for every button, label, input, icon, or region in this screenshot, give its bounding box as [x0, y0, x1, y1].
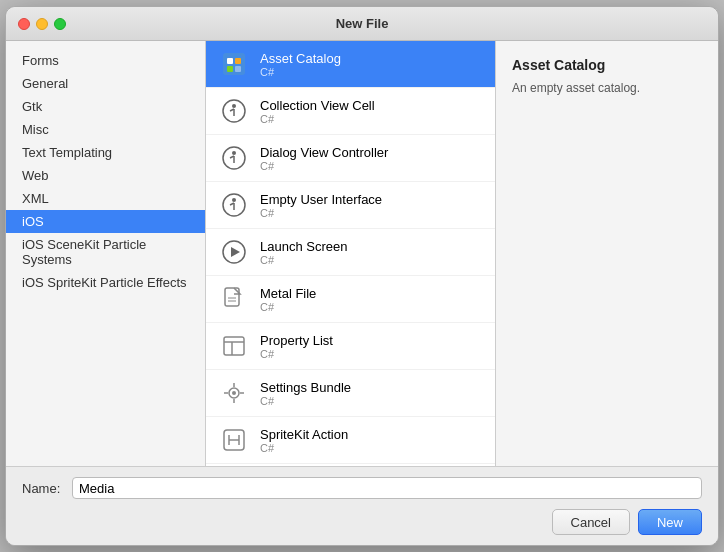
svg-rect-2: [235, 58, 241, 64]
file-item-launch-screen[interactable]: Launch ScreenC#: [206, 229, 495, 276]
svg-point-10: [232, 151, 236, 155]
file-title-settings-bundle: Settings Bundle: [260, 380, 351, 395]
new-file-dialog: New File FormsGeneralGtkMiscText Templat…: [5, 6, 719, 546]
cancel-button[interactable]: Cancel: [552, 509, 630, 535]
file-subtitle-spritekit-action: C#: [260, 442, 348, 454]
maximize-button[interactable]: [54, 18, 66, 30]
file-item-asset-catalog[interactable]: Asset CatalogC#: [206, 41, 495, 88]
sidebar-item-ios-scenekit[interactable]: iOS SceneKit Particle Systems: [6, 233, 205, 271]
sidebar-item-gtk[interactable]: Gtk: [6, 95, 205, 118]
new-button[interactable]: New: [638, 509, 702, 535]
bottom-bar: Name: Cancel New: [6, 466, 718, 545]
sidebar-item-text-templating[interactable]: Text Templating: [6, 141, 205, 164]
file-item-spritekit-action[interactable]: SpriteKit ActionC#: [206, 417, 495, 464]
svg-rect-0: [223, 53, 245, 75]
asset-catalog-icon: [218, 48, 250, 80]
name-label: Name:: [22, 481, 62, 496]
launch-screen-icon: [218, 236, 250, 268]
content-area: FormsGeneralGtkMiscText TemplatingWebXML…: [6, 41, 718, 466]
name-input[interactable]: [72, 477, 702, 499]
file-info-metal-file: Metal FileC#: [260, 286, 316, 313]
file-title-launch-screen: Launch Screen: [260, 239, 347, 254]
sidebar-item-forms[interactable]: Forms: [6, 49, 205, 72]
file-info-collection-view-cell: Collection View CellC#: [260, 98, 375, 125]
file-subtitle-collection-view-cell: C#: [260, 113, 375, 125]
file-item-collection-view-cell[interactable]: Collection View CellC#: [206, 88, 495, 135]
traffic-lights: [18, 18, 66, 30]
sidebar-item-web[interactable]: Web: [6, 164, 205, 187]
sidebar-item-general[interactable]: General: [6, 72, 205, 95]
file-item-settings-bundle[interactable]: Settings BundleC#: [206, 370, 495, 417]
svg-rect-1: [227, 58, 233, 64]
file-title-collection-view-cell: Collection View Cell: [260, 98, 375, 113]
file-title-dialog-view-controller: Dialog View Controller: [260, 145, 388, 160]
detail-description: An empty asset catalog.: [512, 79, 702, 97]
file-list: Asset CatalogC#Collection View CellC#Dia…: [206, 41, 496, 466]
settings-bundle-icon: [218, 377, 250, 409]
file-subtitle-dialog-view-controller: C#: [260, 160, 388, 172]
file-item-property-list[interactable]: Property ListC#: [206, 323, 495, 370]
spritekit-action-icon: [218, 424, 250, 456]
collection-view-cell-icon: [218, 95, 250, 127]
file-info-empty-user-interface: Empty User InterfaceC#: [260, 192, 382, 219]
detail-title: Asset Catalog: [512, 57, 702, 73]
file-info-asset-catalog: Asset CatalogC#: [260, 51, 341, 78]
file-item-metal-file[interactable]: Metal FileC#: [206, 276, 495, 323]
file-subtitle-asset-catalog: C#: [260, 66, 341, 78]
file-title-spritekit-action: SpriteKit Action: [260, 427, 348, 442]
svg-rect-3: [227, 66, 233, 72]
window-title: New File: [336, 16, 389, 31]
button-row: Cancel New: [22, 509, 702, 535]
file-subtitle-launch-screen: C#: [260, 254, 347, 266]
metal-file-icon: [218, 283, 250, 315]
sidebar: FormsGeneralGtkMiscText TemplatingWebXML…: [6, 41, 206, 466]
close-button[interactable]: [18, 18, 30, 30]
file-subtitle-settings-bundle: C#: [260, 395, 351, 407]
file-info-dialog-view-controller: Dialog View ControllerC#: [260, 145, 388, 172]
file-info-launch-screen: Launch ScreenC#: [260, 239, 347, 266]
svg-point-6: [232, 104, 236, 108]
file-info-property-list: Property ListC#: [260, 333, 333, 360]
file-info-spritekit-action: SpriteKit ActionC#: [260, 427, 348, 454]
sidebar-item-xml[interactable]: XML: [6, 187, 205, 210]
dialog-view-controller-icon: [218, 142, 250, 174]
file-subtitle-empty-user-interface: C#: [260, 207, 382, 219]
file-item-dialog-view-controller[interactable]: Dialog View ControllerC#: [206, 135, 495, 182]
sidebar-item-misc[interactable]: Misc: [6, 118, 205, 141]
svg-point-26: [232, 391, 236, 395]
sidebar-item-ios[interactable]: iOS: [6, 210, 205, 233]
svg-rect-4: [235, 66, 241, 72]
sidebar-item-ios-spritekit[interactable]: iOS SpriteKit Particle Effects: [6, 271, 205, 294]
file-title-metal-file: Metal File: [260, 286, 316, 301]
minimize-button[interactable]: [36, 18, 48, 30]
svg-point-14: [232, 198, 236, 202]
file-info-settings-bundle: Settings BundleC#: [260, 380, 351, 407]
file-subtitle-metal-file: C#: [260, 301, 316, 313]
empty-user-interface-icon: [218, 189, 250, 221]
file-title-empty-user-interface: Empty User Interface: [260, 192, 382, 207]
file-item-empty-user-interface[interactable]: Empty User InterfaceC#: [206, 182, 495, 229]
file-title-asset-catalog: Asset Catalog: [260, 51, 341, 66]
svg-marker-18: [231, 247, 240, 257]
detail-panel: Asset Catalog An empty asset catalog.: [496, 41, 718, 466]
property-list-icon: [218, 330, 250, 362]
titlebar: New File: [6, 7, 718, 41]
name-row: Name:: [22, 477, 702, 499]
file-title-property-list: Property List: [260, 333, 333, 348]
svg-rect-22: [224, 337, 244, 355]
file-subtitle-property-list: C#: [260, 348, 333, 360]
